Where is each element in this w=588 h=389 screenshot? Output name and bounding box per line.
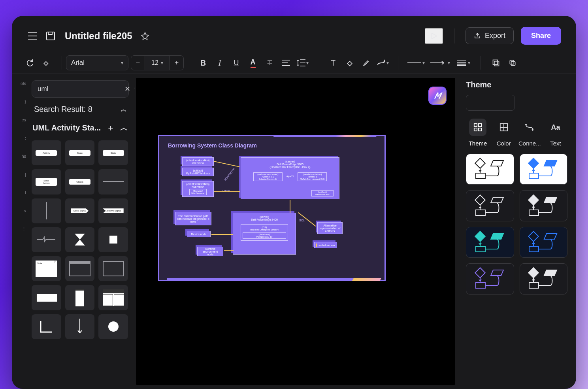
ai-assist-icon[interactable]: 𝘔 <box>428 87 447 105</box>
svg-rect-15 <box>529 158 539 168</box>
search-result-label: Search Result: 8 <box>34 105 92 114</box>
theme-option[interactable] <box>520 154 568 185</box>
shape-cell[interactable] <box>98 169 128 194</box>
present-button[interactable] <box>425 28 443 44</box>
clear-search-icon[interactable]: ✕ <box>124 85 130 93</box>
tab-text[interactable]: Aa Text <box>544 119 567 147</box>
panel-tabs: Theme Color Conne... Aa Text <box>466 119 567 147</box>
theme-option[interactable] <box>466 154 514 185</box>
shape-cell[interactable]: State <box>98 140 128 165</box>
highlight-icon[interactable] <box>359 56 373 70</box>
line-style-icon[interactable]: ▾ <box>406 56 426 70</box>
connector-icon <box>521 119 538 136</box>
text-tool-icon[interactable]: T <box>326 56 340 70</box>
font-size-dropdown[interactable]: 12 ▾ <box>145 56 170 70</box>
shape-cell[interactable] <box>98 256 128 281</box>
bold-icon[interactable]: B <box>196 56 210 70</box>
diagram-frame[interactable]: Borrowing System Class Diagram {client w… <box>158 135 386 281</box>
font-size-increase[interactable]: + <box>170 56 183 70</box>
rail-item[interactable]: es <box>21 117 26 122</box>
shape-cell[interactable] <box>32 227 61 252</box>
copy-icon[interactable] <box>505 56 520 70</box>
node-runtime[interactable]: Runtime environment node <box>197 247 223 256</box>
shape-cell[interactable] <box>32 285 61 310</box>
shape-cell[interactable] <box>65 285 95 310</box>
chevron-down-icon: ▾ <box>161 60 163 66</box>
arrow-style-icon[interactable]: ▾ <box>428 56 452 70</box>
shape-cell[interactable] <box>65 314 95 339</box>
theme-option[interactable] <box>520 227 568 258</box>
theme-option[interactable] <box>466 263 514 294</box>
node-comm-note[interactable]: The communication path can indicate the … <box>175 212 211 225</box>
shape-cell[interactable]: Object <box>65 169 95 194</box>
shape-cell[interactable] <box>98 227 128 252</box>
redo-icon[interactable] <box>23 56 37 70</box>
shape-cell[interactable]: State <box>65 140 95 165</box>
shape-cell[interactable]: State Action <box>32 169 61 194</box>
node-server[interactable]: {server} Dell PowerEdge 3800 {OS=Red Hat… <box>241 157 339 199</box>
top-bar: Untitled file205 Export Share <box>12 16 576 52</box>
current-theme-preview[interactable] <box>466 95 515 111</box>
format-painter-icon[interactable] <box>40 56 54 70</box>
share-button[interactable]: Share <box>521 27 561 45</box>
collapse-all-icon[interactable]: ︽ <box>121 106 126 113</box>
node-server2[interactable]: {server}Dell PowerEdge 3400 {OS}Red Hat … <box>233 213 296 255</box>
tab-theme[interactable]: Theme <box>466 119 490 147</box>
file-title[interactable]: Untitled file205 <box>65 30 132 42</box>
align-icon[interactable] <box>279 56 293 70</box>
shape-cell[interactable] <box>98 314 128 339</box>
node-artifact1[interactable]: {artifact}MyRichUIClient.exe <box>182 168 214 176</box>
canvas[interactable]: 𝘔 Borrowing System Class Diagram {client… <box>136 78 455 385</box>
favorite-star-icon[interactable] <box>139 30 151 42</box>
shape-cell[interactable]: Send Signal <box>65 198 95 223</box>
fill-color-icon[interactable] <box>343 56 357 70</box>
rail-item[interactable]: ols <box>21 81 26 86</box>
shape-category-row[interactable]: UML Activity Sta... ＋ ︿ <box>32 121 129 135</box>
shape-cell[interactable] <box>65 256 95 281</box>
theme-option[interactable] <box>520 190 568 221</box>
shape-cell[interactable] <box>65 227 95 252</box>
rail-item[interactable]: hs <box>21 154 26 159</box>
search-input[interactable] <box>38 85 121 93</box>
shape-cell[interactable]: Receive Signal <box>98 198 128 223</box>
italic-icon[interactable]: I <box>213 56 227 70</box>
shape-cell[interactable] <box>32 314 61 339</box>
shape-cell[interactable]: Note <box>32 256 61 281</box>
format-toolbar: Arial ▾ − 12 ▾ + B I U A T̶ ▾ <box>12 52 576 74</box>
collapse-category-icon[interactable]: ︿ <box>120 123 128 133</box>
menu-icon[interactable] <box>27 30 38 42</box>
node-alt[interactable]: Alternative representation of artifacts <box>317 222 343 234</box>
font-color-icon[interactable]: A <box>246 56 260 70</box>
theme-option[interactable] <box>466 190 514 221</box>
search-icon[interactable] <box>134 85 134 93</box>
search-result-row: Search Result: 8 ︽ <box>32 103 129 115</box>
layers-icon[interactable] <box>489 56 503 70</box>
svg-rect-10 <box>479 128 481 131</box>
node-client1[interactable]: {client workstation}«Servers» <box>182 157 214 166</box>
line-spacing-icon[interactable]: ▾ <box>296 56 310 70</box>
font-family-dropdown[interactable]: Arial ▾ <box>66 55 128 70</box>
node-device[interactable]: Device node <box>187 231 211 237</box>
shape-cell[interactable]: Activity <box>32 140 61 165</box>
line-weight-icon[interactable]: ▾ <box>454 56 473 70</box>
shape-search: ✕ <box>32 80 129 98</box>
strikethrough-icon[interactable]: T̶ <box>262 56 277 70</box>
tab-color[interactable]: Color <box>492 119 516 147</box>
export-button[interactable]: Export <box>466 27 514 44</box>
add-category-icon[interactable]: ＋ <box>107 123 115 133</box>
node-client2[interactable]: {client workstation}«Servers» {Browser}W… <box>182 181 214 197</box>
workspace-body: ols } es : hs | t s ⋮ ✕ Search Result: 8… <box>12 74 576 389</box>
connector-tool-icon[interactable]: ▾ <box>376 56 390 70</box>
font-size-decrease[interactable]: − <box>131 56 145 70</box>
rail-item[interactable]: ⋮ <box>22 227 26 232</box>
save-icon[interactable] <box>45 30 56 42</box>
svg-rect-23 <box>529 231 539 241</box>
svg-rect-24 <box>529 246 539 252</box>
shape-cell[interactable] <box>98 285 128 310</box>
shape-cell[interactable] <box>32 198 61 223</box>
underline-icon[interactable]: U <box>229 56 243 70</box>
tab-connector[interactable]: Conne... <box>518 119 541 147</box>
theme-option[interactable] <box>520 263 568 294</box>
node-webstore2[interactable]: webstore.war <box>314 242 337 248</box>
theme-option[interactable] <box>466 227 514 258</box>
